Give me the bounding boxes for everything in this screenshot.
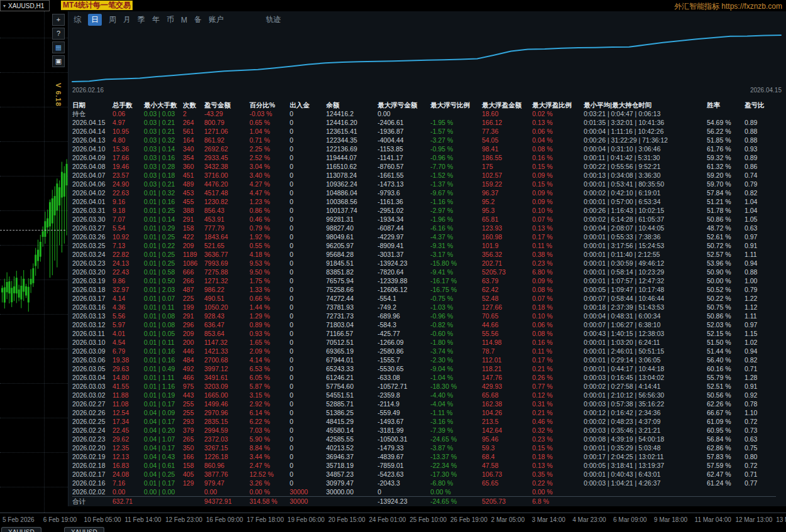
table-cell: 0:00:01 | 0:57:00 | 6:53:34 — [584, 197, 707, 206]
table-cell: 11.88 — [112, 391, 144, 399]
restore-window-icon[interactable]: ▣ — [52, 55, 65, 67]
table-cell: 0 — [290, 285, 326, 294]
table-cell: 0.10 % — [532, 206, 584, 215]
table-cell: 2.92 % — [249, 399, 290, 408]
table-cell: 6.79 — [112, 347, 144, 356]
table-cell: -22.34 % — [430, 461, 482, 470]
chart-tab-label: XAUUSD — [71, 529, 97, 532]
table-cell: 52.61 % — [707, 232, 745, 241]
chart-window-icon[interactable]: ▦ — [52, 41, 65, 53]
table-cell: 487 — [183, 285, 204, 294]
menu-item-日[interactable]: 日 — [88, 14, 102, 26]
table-cell: 50.22 % — [707, 294, 745, 303]
table-cell: -8760.57 — [378, 162, 430, 171]
table-cell: 0.03 | 0.21 — [144, 118, 183, 127]
table-cell: 1086 — [183, 259, 204, 268]
table-cell: 44.66 — [482, 320, 532, 329]
table-cell: 1.12 — [745, 303, 776, 312]
menu-item-M[interactable]: M — [181, 16, 187, 24]
table-cell: 1.33 % — [249, 285, 290, 294]
table-cell: 0.79 % — [249, 224, 290, 232]
table-cell: -1555.7 — [378, 356, 430, 364]
table-cell: -2406.61 — [378, 118, 430, 127]
move-crosshair-icon[interactable]: + — [52, 14, 65, 26]
table-cell: 0 — [290, 329, 326, 338]
table-cell: 1.92 % — [249, 232, 290, 241]
table-cell: 0:00:03 | 0:57:38 | 35:16:22 — [584, 399, 707, 408]
table-cell: 19.46 — [112, 162, 144, 171]
table-cell: 2026.02.20 — [72, 443, 112, 452]
table-cell: 122136.69 — [326, 144, 378, 153]
table-cell: 0.15 % — [532, 180, 584, 188]
table-cell: 0.17 % — [532, 232, 584, 241]
table-cell: -18.30 % — [430, 382, 482, 391]
table-cell: 62.47 % — [707, 470, 745, 479]
table-cell: 59.20 % — [707, 171, 745, 180]
table-cell: 0.04 | 0.20 — [144, 426, 183, 435]
table-cell: 0 — [290, 250, 326, 259]
menu-item-账户[interactable]: 账户 — [209, 14, 224, 25]
table-cell: 0.04 | 0.43 — [144, 452, 183, 461]
menu-item-轨迹[interactable]: 轨迹 — [266, 14, 281, 25]
table-cell: 5.90 % — [249, 435, 290, 443]
table-cell: -13.37 % — [430, 452, 482, 461]
table-cell: 50.86 % — [707, 215, 745, 224]
menu-item-备[interactable]: 备 — [194, 14, 202, 25]
table-cell: 2026.03.25 — [72, 241, 112, 250]
table-cell: -554.1 — [378, 294, 430, 303]
table-cell: 0.01 | 0.29 — [144, 224, 183, 232]
table-cell: 3.26 % — [249, 479, 290, 487]
table-cell: 2026.02.18 — [72, 461, 112, 470]
menu-item-季[interactable]: 季 — [138, 14, 145, 25]
table-cell: 158 — [183, 224, 204, 232]
table-cell: 0.00 % — [430, 487, 482, 496]
menu-item-月[interactable]: 月 — [123, 14, 131, 25]
chart-tab[interactable]: XAUUSD — [1, 527, 41, 532]
table-cell: 0 — [290, 276, 326, 285]
table-cell: 2.47 % — [249, 461, 290, 470]
table-cell: 32.97 — [112, 285, 144, 294]
time-axis: 5 Feb 20266 Feb 19:0010 Feb 05:0011 Feb … — [0, 516, 786, 525]
chart-tab[interactable]: XAUUSD — [64, 527, 104, 532]
table-cell: 1.29 % — [249, 312, 290, 320]
table-cell: 17.34 — [112, 417, 144, 426]
table-cell: 53.96 % — [707, 259, 745, 268]
symbol-tab[interactable]: ▾ XAUUSD,H1 — [0, 0, 50, 11]
time-axis-label: 11 Feb 14:00 — [124, 516, 161, 523]
table-cell: 1189 — [183, 250, 204, 259]
table-cell: 0.04 | 0.17 — [144, 417, 183, 426]
table-cell: 0:00:26 | 31:22:29 | 71:36:12 — [584, 136, 707, 144]
help-icon[interactable]: ? — [52, 28, 65, 40]
table-cell: 57754.60 — [326, 382, 378, 391]
table-cell: -24.65 % — [430, 435, 482, 443]
table-cell: 0.10 % — [532, 312, 584, 320]
table-cell: 0.04 | 0.09 — [144, 408, 183, 417]
column-header: 最大浮亏金额 — [378, 100, 430, 109]
table-cell: 12.54 — [112, 408, 144, 417]
table-cell: 7.03 % — [249, 426, 290, 435]
menu-item-周[interactable]: 周 — [109, 14, 116, 25]
table-cell: 61246.21 — [326, 373, 378, 382]
table-cell: 0.01 | 0.25 — [144, 259, 183, 268]
table-cell: 0.08 % — [532, 285, 584, 294]
column-header: 盈亏比 — [745, 100, 776, 109]
table-cell: 73781.93 — [326, 303, 378, 312]
table-cell: 12.52 % — [249, 470, 290, 479]
table-cell: 453.91 — [204, 215, 249, 224]
table-cell: 96205.97 — [326, 241, 378, 250]
table-cell: -0.75 % — [430, 294, 482, 303]
table-cell: 3491.61 — [204, 373, 249, 382]
table-cell: 861.92 — [204, 136, 249, 144]
table-cell: 52.48 — [482, 294, 532, 303]
table-cell: 636.47 — [204, 320, 249, 329]
table-cell: 2700.68 — [204, 356, 249, 364]
table-cell: 0:00:01 | 0:53:41 | 80:35:50 — [584, 180, 707, 188]
menu-item-年[interactable]: 年 — [152, 14, 160, 25]
table-cell: 61.76 % — [707, 144, 745, 153]
table-cell: 0 — [290, 391, 326, 399]
table-cell: 0.03 | 0.32 — [144, 136, 183, 144]
table-cell: 119444.07 — [326, 153, 378, 162]
menu-item-币[interactable]: 币 — [166, 14, 174, 25]
menu-item-综[interactable]: 综 — [74, 14, 81, 25]
table-cell: 6.80 % — [532, 268, 584, 276]
